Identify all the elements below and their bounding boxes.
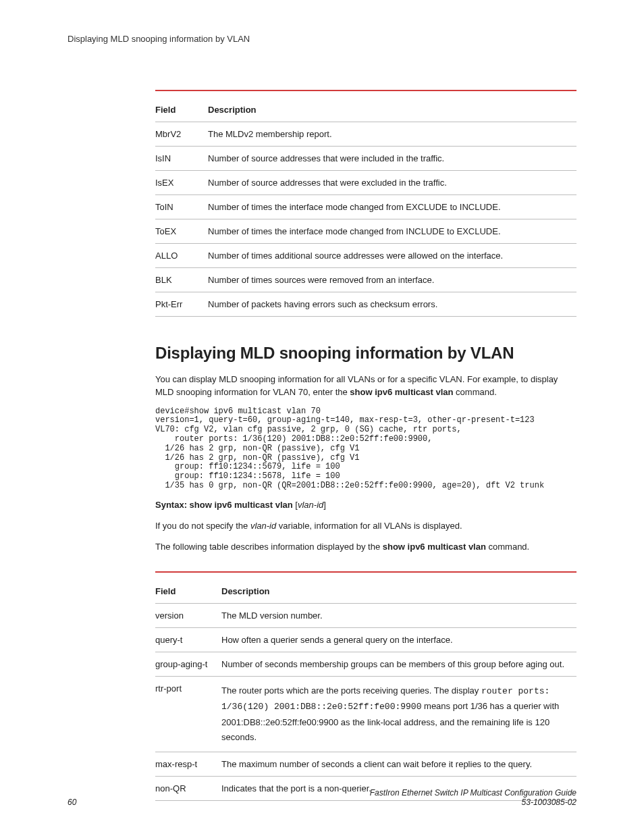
- cell-desc: The MLD version number.: [221, 604, 576, 628]
- text: command.: [453, 387, 496, 397]
- cell-field: IsIN: [155, 147, 208, 171]
- cell-field: group-aging-t: [155, 652, 221, 677]
- field-description-table-2: Field Description versionThe MLD version…: [155, 579, 576, 800]
- table-row: versionThe MLD version number.: [155, 604, 576, 628]
- doc-title: FastIron Ethernet Switch IP Multicast Co…: [370, 788, 576, 798]
- cell-desc: Number of times additional source addres…: [208, 244, 576, 268]
- cell-desc: Number of source addresses that were inc…: [208, 147, 576, 171]
- cell-desc: Number of packets having errors such as …: [208, 292, 576, 317]
- footer-doc-info: FastIron Ethernet Switch IP Multicast Co…: [370, 788, 576, 807]
- variable: vlan-id: [250, 521, 276, 531]
- cell-desc: The router ports which are the ports rec…: [221, 677, 576, 752]
- command-name: show ipv6 multicast vlan: [350, 387, 453, 397]
- table-row: max-resp-tThe maximum number of seconds …: [155, 752, 576, 776]
- cell-field: ToIN: [155, 195, 208, 219]
- cell-field: ToEX: [155, 219, 208, 244]
- intro-paragraph: You can display MLD snooping information…: [155, 373, 576, 399]
- cell-desc: The maximum number of seconds a client c…: [221, 752, 576, 776]
- table-row: ToINNumber of times the interface mode c…: [155, 195, 576, 219]
- table-row: MbrV2The MLDv2 membership report.: [155, 122, 576, 147]
- content-column: Field Description MbrV2The MLDv2 members…: [155, 90, 576, 801]
- page: Displaying MLD snooping information by V…: [0, 0, 644, 834]
- cell-desc: How often a querier sends a general quer…: [221, 628, 576, 652]
- cell-field: version: [155, 604, 221, 628]
- cell-field: max-resp-t: [155, 752, 221, 776]
- cell-desc: Number of times the interface mode chang…: [208, 195, 576, 219]
- text: variable, information for all VLANs is d…: [276, 521, 462, 531]
- table-row: rtr-port The router ports which are the …: [155, 677, 576, 752]
- table-row: IsEXNumber of source addresses that were…: [155, 171, 576, 195]
- th-description: Description: [208, 98, 576, 122]
- syntax-label: Syntax: show ipv6 multicast vlan: [155, 500, 295, 510]
- page-footer: 60 FastIron Ethernet Switch IP Multicast…: [68, 788, 576, 807]
- table-row: ToEXNumber of times the interface mode c…: [155, 219, 576, 244]
- table-row: IsINNumber of source addresses that were…: [155, 147, 576, 171]
- th-field: Field: [155, 579, 221, 604]
- body-paragraph: The following table describes informatio…: [155, 541, 576, 554]
- table-row: group-aging-tNumber of seconds membershi…: [155, 652, 576, 677]
- page-number: 60: [68, 798, 76, 807]
- table-row: Pkt-ErrNumber of packets having errors s…: [155, 292, 576, 317]
- cell-field: ALLO: [155, 244, 208, 268]
- syntax-variable: vlan-id: [298, 500, 323, 510]
- table2-top-rule: [155, 571, 576, 573]
- field-description-table-1: Field Description MbrV2The MLDv2 members…: [155, 98, 576, 317]
- table-row: BLKNumber of times sources were removed …: [155, 268, 576, 292]
- running-header: Displaying MLD snooping information by V…: [68, 34, 576, 44]
- cell-field: rtr-port: [155, 677, 221, 752]
- bracket: ]: [323, 500, 326, 510]
- th-description: Description: [221, 579, 576, 604]
- cell-desc: Number of times sources were removed fro…: [208, 268, 576, 292]
- syntax-line: Syntax: show ipv6 multicast vlan [vlan-i…: [155, 499, 576, 512]
- cell-desc: Number of seconds membership groups can …: [221, 652, 576, 677]
- body-paragraph: If you do not specify the vlan-id variab…: [155, 520, 576, 533]
- doc-number: 53-1003085-02: [370, 798, 576, 807]
- section-heading: Displaying MLD snooping information by V…: [155, 344, 576, 363]
- text: command.: [486, 542, 529, 552]
- text: If you do not specify the: [155, 521, 250, 531]
- table-row: query-tHow often a querier sends a gener…: [155, 628, 576, 652]
- cell-desc: Number of source addresses that were exc…: [208, 171, 576, 195]
- text: The router ports which are the ports rec…: [221, 685, 481, 696]
- cell-desc: The MLDv2 membership report.: [208, 122, 576, 147]
- cell-field: BLK: [155, 268, 208, 292]
- code-block: device#show ipv6 multicast vlan 70 versi…: [155, 407, 576, 491]
- cell-field: query-t: [155, 628, 221, 652]
- cell-field: IsEX: [155, 171, 208, 195]
- table1-top-rule: [155, 90, 576, 91]
- text: The following table describes informatio…: [155, 542, 383, 552]
- command-name: show ipv6 multicast vlan: [383, 542, 486, 552]
- cell-desc: Number of times the interface mode chang…: [208, 219, 576, 244]
- cell-field: Pkt-Err: [155, 292, 208, 317]
- table-row: ALLONumber of times additional source ad…: [155, 244, 576, 268]
- th-field: Field: [155, 98, 208, 122]
- cell-field: MbrV2: [155, 122, 208, 147]
